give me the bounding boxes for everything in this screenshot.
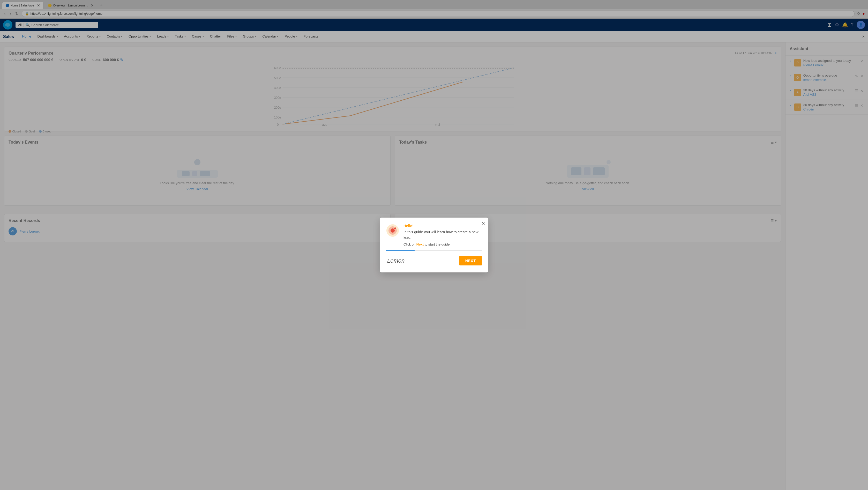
modal-progress-track: [386, 250, 482, 251]
modal-target-icon: [386, 224, 399, 237]
modal-text-area: Hello! In this guide you will learn how …: [403, 224, 482, 246]
modal-logo: Lemon: [386, 255, 407, 266]
modal-click-instruction: Click on Next to start the guide.: [403, 242, 482, 246]
lemon-logo-svg: Lemon: [386, 255, 407, 265]
svg-text:Lemon: Lemon: [387, 257, 404, 264]
modal-body: Hello! In this guide you will learn how …: [386, 224, 482, 246]
target-icon-svg: [386, 224, 399, 237]
modal-close-button[interactable]: ✕: [481, 221, 485, 226]
modal-hello: Hello!: [403, 224, 482, 228]
modal-next-link-text: Next: [416, 242, 424, 246]
modal-description: In this guide you will learn how to crea…: [403, 229, 482, 240]
modal-next-button[interactable]: NEXT: [459, 256, 482, 266]
modal-progress-bar: [386, 250, 415, 251]
modal-footer: Lemon NEXT: [386, 255, 482, 266]
lemon-learning-modal: ✕ Hello! In this guide you will learn ho…: [380, 218, 488, 272]
modal-click-prefix: Click on: [403, 242, 416, 246]
modal-click-suffix: to start the guide.: [424, 242, 451, 246]
modal-overlay: ✕ Hello! In this guide you will learn ho…: [0, 0, 868, 490]
